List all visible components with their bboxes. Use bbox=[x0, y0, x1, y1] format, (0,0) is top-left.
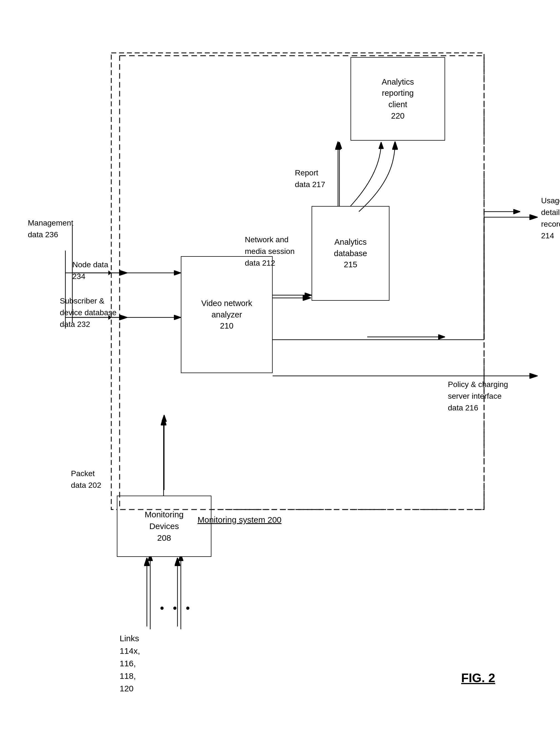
usage-detail-records-label: Usage detail records 214 bbox=[541, 195, 560, 242]
svg-rect-20 bbox=[120, 56, 484, 510]
